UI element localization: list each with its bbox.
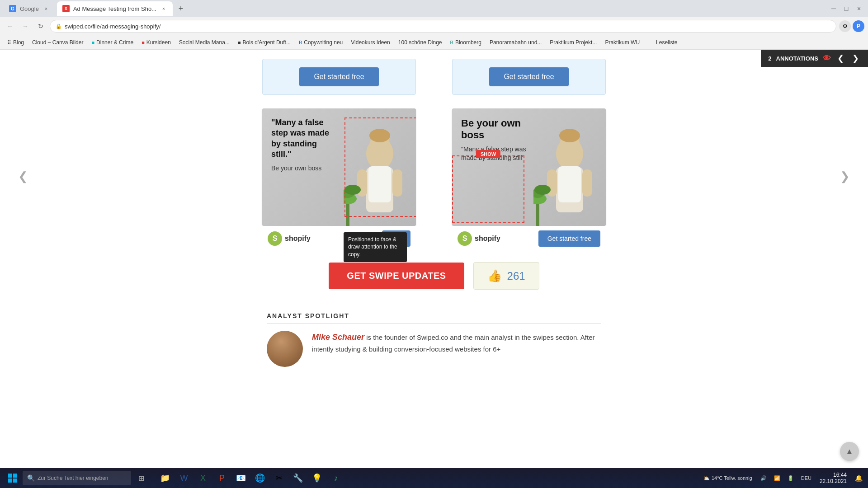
bookmark-apps[interactable]: ⠿ Blog (4, 38, 28, 47)
annotations-count: 2 (768, 55, 771, 62)
annotation-box-left (344, 117, 416, 217)
close-window-button[interactable]: × (854, 3, 864, 14)
forward-button[interactable]: → (19, 20, 32, 33)
window-controls: ─ □ × (828, 3, 864, 14)
bookmark-reading[interactable]: Leseliste (652, 38, 681, 47)
tab-swipe-label: Ad Message Testing from Sho... (73, 5, 156, 12)
bookmark-dinner[interactable]: ■ Kursideen (138, 38, 175, 47)
tab-google-close[interactable]: × (42, 5, 50, 12)
panorama-label: Praktikum Projekt... (550, 39, 597, 46)
praktikum1-label: Praktikum WU (605, 39, 640, 46)
video-label: 100 schöne Dinge (398, 39, 442, 46)
bookmark-blog[interactable]: Cloud – Canva Bilder (28, 38, 87, 47)
security-lock-icon: 🔒 (56, 23, 62, 29)
tab-swipe[interactable]: S Ad Message Testing from Sho... × (57, 1, 173, 16)
eye-icon[interactable]: 👁 (823, 54, 831, 63)
canva-label: Dinner & Crime (96, 39, 133, 46)
svg-rect-15 (558, 166, 581, 202)
bookmark-praktikum2[interactable] (644, 42, 651, 43)
next-arrow[interactable]: ❯ (835, 165, 854, 188)
top-left-get-started-button[interactable]: Get started free (299, 67, 378, 86)
bookmark-bloomberg[interactable]: Panoramabahn und... (486, 38, 545, 47)
bookmark-videokurs[interactable]: 100 schöne Dinge (395, 38, 446, 47)
bookmark-canva[interactable]: ■ Dinner & Crime (88, 38, 137, 47)
social-icon: ■ (238, 40, 241, 45)
left-shopify-label: shopify (285, 235, 311, 243)
annotations-label: ANNOTATIONS (776, 55, 818, 62)
top-right-get-started-button[interactable]: Get started free (489, 67, 568, 86)
minimize-button[interactable]: ─ (828, 3, 839, 14)
bottom-section: GET SWIPE UPDATES 👍 261 (0, 244, 868, 303)
top-ad-card-right: Get started free (452, 59, 606, 95)
left-ad-sub-text: Be your own boss (271, 164, 338, 172)
title-bar: G Google × S Ad Message Testing from Sho… (0, 0, 868, 17)
left-ad-quote-text: "Many a false step was made by standing … (271, 117, 338, 160)
new-tab-button[interactable]: + (175, 2, 187, 15)
bookmark-kursideen[interactable]: Social Media Mana... (175, 38, 233, 47)
bookmark-praktikum1[interactable]: Praktikum WU (601, 38, 643, 47)
likes-button[interactable]: 👍 261 (473, 262, 539, 290)
dinner-icon: ■ (142, 40, 145, 45)
analyst-spotlight-section: ANALYST SPOTLIGHT Mike Schauer is the fo… (258, 303, 610, 385)
100-icon: B (450, 40, 453, 45)
bookmark-panorama[interactable]: Praktikum Projekt... (546, 38, 600, 47)
annotation-tooltip: Positioned to face & draw attention to t… (344, 232, 407, 262)
social-label: Bois d'Argent Duft... (243, 39, 291, 46)
bookmark-social[interactable]: ■ Bois d'Argent Duft... (234, 38, 294, 47)
prev-arrow[interactable]: ❮ (14, 165, 33, 188)
kursideen-label: Social Media Mana... (179, 39, 230, 46)
tab-google[interactable]: G Google × (4, 1, 55, 16)
profile-icon[interactable]: P (853, 20, 864, 32)
right-shopify-logo: S shopify (458, 231, 500, 246)
nav-bar: ← → ↻ 🔒 swiped.co/file/ad-messaging-shop… (0, 17, 868, 35)
analyst-content: Mike Schauer is the founder of Swiped.co… (267, 331, 601, 367)
show-annotation-button[interactable]: SHOW (476, 150, 500, 158)
google-favicon: G (9, 5, 16, 12)
right-card-button[interactable]: Get started free (538, 230, 600, 247)
left-shopify-logo: S shopify (268, 231, 311, 246)
right-ad-card: Be your own boss "Many a false step was … (452, 108, 606, 226)
100-label: Bloomberg (455, 39, 481, 46)
get-swipe-updates-button[interactable]: GET SWIPE UPDATES (329, 263, 464, 289)
reading-label: Leseliste (656, 39, 677, 46)
middle-section: ❮ "Many a false step was made by standin… (0, 108, 868, 244)
apps-grid-icon: ⠿ (7, 39, 11, 46)
thumbs-up-icon: 👍 (487, 269, 502, 283)
address-bar[interactable]: 🔒 swiped.co/file/ad-messaging-shopify/ (50, 20, 836, 33)
svg-point-14 (559, 129, 580, 142)
extensions-icon[interactable]: ⚙ (839, 20, 851, 32)
left-ad-card: "Many a false step was made by standing … (262, 108, 416, 226)
nav-right-controls: ⚙ P (839, 20, 864, 32)
back-button[interactable]: ← (4, 20, 16, 33)
likes-count: 261 (507, 270, 525, 282)
bookmarks-bar: ⠿ Blog Cloud – Canva Bilder ■ Dinner & C… (0, 35, 868, 50)
restore-button[interactable]: □ (841, 3, 852, 14)
blog-label: Cloud – Canva Bilder (32, 39, 83, 46)
tab-swipe-close[interactable]: × (160, 5, 167, 12)
scroll-to-top-button[interactable]: ▲ (840, 442, 859, 456)
top-ads-section: Get started free Get started free (0, 50, 868, 108)
bookmark-bois[interactable]: B Copywriting neu (295, 38, 346, 47)
right-person-svg (533, 127, 606, 226)
svg-point-21 (534, 185, 551, 195)
bookmark-100[interactable]: B Bloomberg (447, 38, 485, 47)
annotations-prev-button[interactable]: ❮ (835, 53, 846, 63)
analyst-text: Mike Schauer is the founder of Swiped.co… (312, 331, 601, 355)
right-ad-main-text: Be your own boss (461, 117, 528, 141)
annotation-box-right: SHOW (452, 155, 524, 223)
annotation-text: Positioned to face & draw attention to t… (348, 236, 397, 258)
annotations-next-button[interactable]: ❯ (850, 53, 861, 63)
bookmark-copywriting[interactable]: Videokurs Ideen (347, 38, 394, 47)
shopify-icon-right: S (458, 231, 472, 246)
bois-icon: B (299, 40, 302, 45)
right-shopify-label: shopify (475, 235, 500, 243)
bois-label: Copywriting neu (304, 39, 343, 46)
analyst-avatar (267, 331, 303, 367)
apps-label: Blog (13, 39, 24, 46)
shopify-icon-left: S (268, 231, 282, 246)
right-ad-person (533, 127, 606, 226)
tab-google-label: Google (20, 5, 39, 12)
reload-button[interactable]: ↻ (34, 20, 47, 33)
analyst-title: ANALYST SPOTLIGHT (267, 312, 601, 324)
left-ad-card-bg: "Many a false step was made by standing … (262, 108, 416, 226)
